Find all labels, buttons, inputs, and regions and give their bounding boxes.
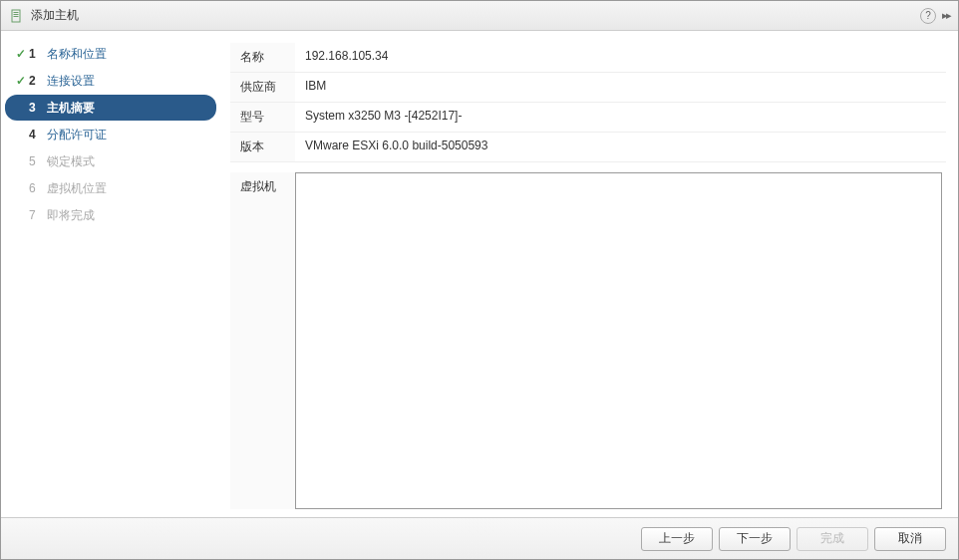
add-host-dialog: 添加主机 ? ▸▸ ✓ 1 名称和位置 ✓ 2 连接设置 ✓ 3 主机摘要 <box>0 0 959 560</box>
step-number: 6 <box>29 181 47 195</box>
name-value: 192.168.105.34 <box>295 43 946 73</box>
table-row: 型号 System x3250 M3 -[4252I17]- <box>230 103 946 133</box>
step-label: 连接设置 <box>47 73 95 90</box>
table-row: 版本 VMware ESXi 6.0.0 build-5050593 <box>230 133 946 162</box>
vendor-label: 供应商 <box>230 73 295 103</box>
name-label: 名称 <box>230 43 295 73</box>
step-host-summary: ✓ 3 主机摘要 <box>5 95 216 121</box>
version-value: VMware ESXi 6.0.0 build-5050593 <box>295 133 946 162</box>
svg-rect-2 <box>14 14 19 15</box>
step-number: 1 <box>29 47 47 61</box>
step-number: 4 <box>29 128 47 141</box>
model-value: System x3250 M3 -[4252I17]- <box>295 103 946 133</box>
step-name-location[interactable]: ✓ 1 名称和位置 <box>5 41 216 67</box>
step-label: 即将完成 <box>47 207 95 224</box>
step-lockdown-mode: ✓ 5 锁定模式 <box>5 148 216 174</box>
cancel-button[interactable]: 取消 <box>874 527 946 551</box>
step-assign-license[interactable]: ✓ 4 分配许可证 <box>5 122 216 147</box>
dialog-title: 添加主机 <box>31 7 920 24</box>
version-label: 版本 <box>230 133 295 162</box>
host-summary-table: 名称 192.168.105.34 供应商 IBM 型号 System x325… <box>230 43 946 162</box>
check-icon: ✓ <box>13 47 29 61</box>
titlebar-actions: ? ▸▸ <box>920 8 950 24</box>
step-connection-settings[interactable]: ✓ 2 连接设置 <box>5 68 216 94</box>
wizard-sidebar: ✓ 1 名称和位置 ✓ 2 连接设置 ✓ 3 主机摘要 ✓ 4 分配许可证 ✓ <box>1 31 220 517</box>
expand-icon[interactable]: ▸▸ <box>942 9 950 22</box>
table-row: 名称 192.168.105.34 <box>230 43 946 73</box>
step-label: 锁定模式 <box>47 153 95 170</box>
svg-rect-3 <box>14 16 19 17</box>
vendor-value: IBM <box>295 73 946 103</box>
step-label: 分配许可证 <box>47 127 107 143</box>
step-ready-complete: ✓ 7 即将完成 <box>5 202 216 228</box>
model-label: 型号 <box>230 103 295 133</box>
table-row: 供应商 IBM <box>230 73 946 103</box>
vm-section: 虚拟机 <box>230 172 946 509</box>
next-button[interactable]: 下一步 <box>719 527 791 551</box>
step-label: 主机摘要 <box>47 100 95 117</box>
step-label: 虚拟机位置 <box>47 180 107 197</box>
svg-rect-1 <box>14 12 19 13</box>
dialog-body: ✓ 1 名称和位置 ✓ 2 连接设置 ✓ 3 主机摘要 ✓ 4 分配许可证 ✓ <box>1 31 958 517</box>
check-icon: ✓ <box>13 74 29 88</box>
host-icon <box>9 8 25 24</box>
step-label: 名称和位置 <box>47 46 107 63</box>
dialog-footer: 上一步 下一步 完成 取消 <box>1 517 958 559</box>
help-icon[interactable]: ? <box>920 8 936 24</box>
vm-listbox[interactable] <box>295 172 942 509</box>
content-panel: 名称 192.168.105.34 供应商 IBM 型号 System x325… <box>220 31 958 517</box>
titlebar: 添加主机 ? ▸▸ <box>1 1 958 31</box>
finish-button: 完成 <box>797 527 868 551</box>
step-number: 5 <box>29 154 47 168</box>
vm-label: 虚拟机 <box>230 172 295 509</box>
step-number: 7 <box>29 208 47 222</box>
step-number: 3 <box>29 101 47 115</box>
back-button[interactable]: 上一步 <box>641 527 713 551</box>
step-number: 2 <box>29 74 47 88</box>
step-vm-location: ✓ 6 虚拟机位置 <box>5 175 216 201</box>
